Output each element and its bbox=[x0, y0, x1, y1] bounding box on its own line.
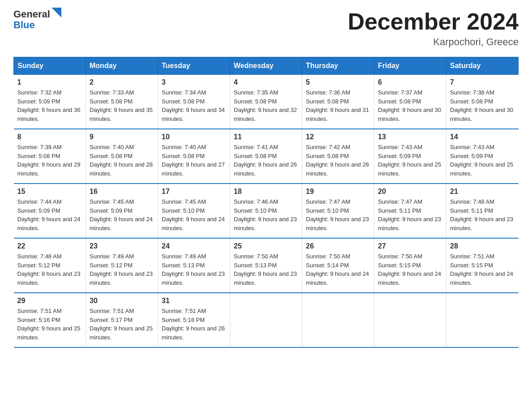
day-number: 12 bbox=[306, 133, 370, 141]
header-friday: Friday bbox=[374, 57, 446, 75]
calendar-cell: 22 Sunrise: 7:48 AMSunset: 5:12 PMDaylig… bbox=[14, 238, 86, 293]
month-title: December 2024 bbox=[348, 9, 519, 34]
day-number: 18 bbox=[234, 188, 298, 196]
day-info: Sunrise: 7:38 AMSunset: 5:08 PMDaylight:… bbox=[450, 88, 515, 123]
day-number: 27 bbox=[378, 242, 442, 250]
calendar-cell: 8 Sunrise: 7:39 AMSunset: 5:08 PMDayligh… bbox=[14, 129, 86, 184]
logo-triangle-icon bbox=[51, 8, 61, 17]
day-info: Sunrise: 7:47 AMSunset: 5:11 PMDaylight:… bbox=[378, 197, 442, 232]
day-info: Sunrise: 7:43 AMSunset: 5:09 PMDaylight:… bbox=[378, 143, 442, 178]
week-row-2: 8 Sunrise: 7:39 AMSunset: 5:08 PMDayligh… bbox=[14, 129, 519, 184]
day-number: 3 bbox=[162, 78, 226, 86]
day-info: Sunrise: 7:49 AMSunset: 5:12 PMDaylight:… bbox=[90, 252, 154, 287]
calendar-cell: 3 Sunrise: 7:34 AMSunset: 5:08 PMDayligh… bbox=[158, 75, 230, 129]
day-number: 31 bbox=[162, 297, 226, 305]
calendar-cell: 7 Sunrise: 7:38 AMSunset: 5:08 PMDayligh… bbox=[446, 75, 519, 129]
day-number: 14 bbox=[450, 133, 515, 141]
calendar-cell: 15 Sunrise: 7:44 AMSunset: 5:09 PMDaylig… bbox=[14, 184, 86, 238]
day-number: 16 bbox=[90, 188, 154, 196]
svg-marker-0 bbox=[51, 8, 61, 17]
calendar-cell: 27 Sunrise: 7:50 AMSunset: 5:15 PMDaylig… bbox=[374, 238, 446, 293]
logo-text-blue: Blue bbox=[13, 19, 35, 30]
day-info: Sunrise: 7:43 AMSunset: 5:09 PMDaylight:… bbox=[450, 143, 515, 178]
calendar-cell: 21 Sunrise: 7:48 AMSunset: 5:11 PMDaylig… bbox=[446, 184, 519, 238]
calendar-cell: 31 Sunrise: 7:51 AMSunset: 5:18 PMDaylig… bbox=[158, 293, 230, 347]
week-row-4: 22 Sunrise: 7:48 AMSunset: 5:12 PMDaylig… bbox=[14, 238, 519, 293]
calendar-cell: 10 Sunrise: 7:40 AMSunset: 5:08 PMDaylig… bbox=[158, 129, 230, 184]
calendar-header-row: SundayMondayTuesdayWednesdayThursdayFrid… bbox=[14, 57, 519, 75]
day-number: 8 bbox=[17, 133, 82, 141]
day-number: 24 bbox=[162, 242, 226, 250]
title-section: December 2024 Karpochori, Greece bbox=[348, 9, 519, 48]
calendar-cell bbox=[446, 293, 519, 347]
day-number: 5 bbox=[306, 78, 370, 86]
day-number: 20 bbox=[378, 188, 442, 196]
day-number: 28 bbox=[450, 242, 515, 250]
day-number: 11 bbox=[234, 133, 298, 141]
location-text: Karpochori, Greece bbox=[348, 36, 519, 48]
day-number: 10 bbox=[162, 133, 226, 141]
day-number: 23 bbox=[90, 242, 154, 250]
day-info: Sunrise: 7:33 AMSunset: 5:08 PMDaylight:… bbox=[90, 88, 154, 123]
day-number: 30 bbox=[90, 297, 154, 305]
day-info: Sunrise: 7:45 AMSunset: 5:10 PMDaylight:… bbox=[162, 197, 226, 232]
day-info: Sunrise: 7:37 AMSunset: 5:08 PMDaylight:… bbox=[378, 88, 442, 123]
calendar-table: SundayMondayTuesdayWednesdayThursdayFrid… bbox=[13, 57, 519, 348]
calendar-cell: 29 Sunrise: 7:51 AMSunset: 5:16 PMDaylig… bbox=[14, 293, 86, 347]
week-row-1: 1 Sunrise: 7:32 AMSunset: 5:09 PMDayligh… bbox=[14, 75, 519, 129]
calendar-cell: 4 Sunrise: 7:35 AMSunset: 5:08 PMDayligh… bbox=[230, 75, 302, 129]
day-number: 19 bbox=[306, 188, 370, 196]
week-row-3: 15 Sunrise: 7:44 AMSunset: 5:09 PMDaylig… bbox=[14, 184, 519, 238]
day-number: 2 bbox=[90, 78, 154, 86]
calendar-cell: 1 Sunrise: 7:32 AMSunset: 5:09 PMDayligh… bbox=[14, 75, 86, 129]
day-info: Sunrise: 7:51 AMSunset: 5:16 PMDaylight:… bbox=[17, 307, 82, 342]
day-info: Sunrise: 7:39 AMSunset: 5:08 PMDaylight:… bbox=[17, 143, 82, 178]
calendar-cell: 11 Sunrise: 7:41 AMSunset: 5:08 PMDaylig… bbox=[230, 129, 302, 184]
day-info: Sunrise: 7:51 AMSunset: 5:18 PMDaylight:… bbox=[162, 307, 226, 342]
calendar-cell: 30 Sunrise: 7:51 AMSunset: 5:17 PMDaylig… bbox=[86, 293, 158, 347]
header-wednesday: Wednesday bbox=[230, 57, 302, 75]
day-info: Sunrise: 7:50 AMSunset: 5:15 PMDaylight:… bbox=[378, 252, 442, 287]
day-info: Sunrise: 7:36 AMSunset: 5:08 PMDaylight:… bbox=[306, 88, 370, 123]
day-info: Sunrise: 7:46 AMSunset: 5:10 PMDaylight:… bbox=[234, 197, 298, 232]
logo: General Blue bbox=[13, 9, 61, 30]
day-info: Sunrise: 7:51 AMSunset: 5:17 PMDaylight:… bbox=[90, 307, 154, 342]
day-number: 6 bbox=[378, 78, 442, 86]
day-number: 1 bbox=[17, 78, 82, 86]
day-info: Sunrise: 7:44 AMSunset: 5:09 PMDaylight:… bbox=[17, 197, 82, 232]
day-info: Sunrise: 7:50 AMSunset: 5:14 PMDaylight:… bbox=[306, 252, 370, 287]
calendar-cell: 23 Sunrise: 7:49 AMSunset: 5:12 PMDaylig… bbox=[86, 238, 158, 293]
calendar-cell: 26 Sunrise: 7:50 AMSunset: 5:14 PMDaylig… bbox=[302, 238, 374, 293]
day-number: 22 bbox=[17, 242, 82, 250]
header-tuesday: Tuesday bbox=[158, 57, 230, 75]
calendar-cell: 12 Sunrise: 7:42 AMSunset: 5:08 PMDaylig… bbox=[302, 129, 374, 184]
calendar-cell: 16 Sunrise: 7:45 AMSunset: 5:09 PMDaylig… bbox=[86, 184, 158, 238]
day-number: 9 bbox=[90, 133, 154, 141]
calendar-cell: 18 Sunrise: 7:46 AMSunset: 5:10 PMDaylig… bbox=[230, 184, 302, 238]
day-info: Sunrise: 7:40 AMSunset: 5:08 PMDaylight:… bbox=[90, 143, 154, 178]
calendar-cell: 13 Sunrise: 7:43 AMSunset: 5:09 PMDaylig… bbox=[374, 129, 446, 184]
day-info: Sunrise: 7:48 AMSunset: 5:12 PMDaylight:… bbox=[17, 252, 82, 287]
day-info: Sunrise: 7:41 AMSunset: 5:08 PMDaylight:… bbox=[234, 143, 298, 178]
day-info: Sunrise: 7:51 AMSunset: 5:15 PMDaylight:… bbox=[450, 252, 515, 287]
page-header: General Blue December 2024 Karpochori, G… bbox=[13, 9, 519, 48]
calendar-cell: 28 Sunrise: 7:51 AMSunset: 5:15 PMDaylig… bbox=[446, 238, 519, 293]
day-number: 26 bbox=[306, 242, 370, 250]
logo-text-general: General bbox=[13, 9, 50, 20]
day-info: Sunrise: 7:42 AMSunset: 5:08 PMDaylight:… bbox=[306, 143, 370, 178]
calendar-cell bbox=[302, 293, 374, 347]
day-info: Sunrise: 7:40 AMSunset: 5:08 PMDaylight:… bbox=[162, 143, 226, 178]
calendar-cell: 24 Sunrise: 7:49 AMSunset: 5:13 PMDaylig… bbox=[158, 238, 230, 293]
day-info: Sunrise: 7:35 AMSunset: 5:08 PMDaylight:… bbox=[234, 88, 298, 123]
calendar-cell: 20 Sunrise: 7:47 AMSunset: 5:11 PMDaylig… bbox=[374, 184, 446, 238]
day-info: Sunrise: 7:32 AMSunset: 5:09 PMDaylight:… bbox=[17, 88, 82, 123]
day-info: Sunrise: 7:48 AMSunset: 5:11 PMDaylight:… bbox=[450, 197, 515, 232]
day-number: 25 bbox=[234, 242, 298, 250]
day-number: 4 bbox=[234, 78, 298, 86]
day-number: 17 bbox=[162, 188, 226, 196]
day-number: 21 bbox=[450, 188, 515, 196]
day-number: 13 bbox=[378, 133, 442, 141]
calendar-cell: 6 Sunrise: 7:37 AMSunset: 5:08 PMDayligh… bbox=[374, 75, 446, 129]
header-sunday: Sunday bbox=[14, 57, 86, 75]
day-info: Sunrise: 7:47 AMSunset: 5:10 PMDaylight:… bbox=[306, 197, 370, 232]
